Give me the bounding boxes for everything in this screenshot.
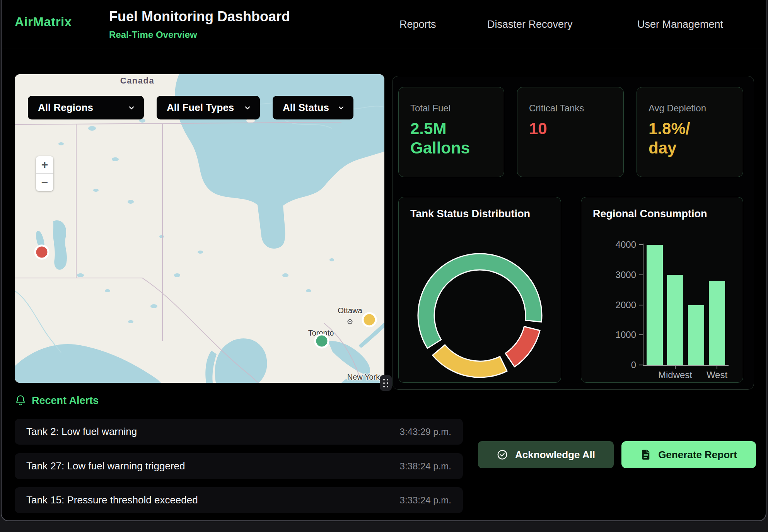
- header-divider: [2, 48, 766, 48]
- x-tick-mark: [675, 366, 676, 369]
- x-tick-label: Midwest: [652, 370, 698, 380]
- x-axis: [643, 365, 729, 366]
- bar-West: [709, 281, 725, 365]
- alert-row[interactable]: Tank 2: Low fuel warning 3:43:29 p.m.: [15, 419, 463, 445]
- chevron-down-icon: [337, 104, 345, 112]
- map-zoom-control: + −: [36, 156, 53, 191]
- alert-time: 3:38:24 p.m.: [400, 461, 451, 472]
- donut-chart: [399, 197, 561, 383]
- y-tick-label: 4000: [609, 239, 636, 250]
- alert-row[interactable]: Tank 27: Low fuel warning triggered 3:38…: [15, 453, 463, 479]
- fuel-type-filter-select[interactable]: All Fuel Types: [157, 96, 260, 119]
- donut-segment-critical: [505, 327, 540, 367]
- brand-logo: AirMatrix: [15, 15, 72, 29]
- bar-Midwest: [667, 275, 683, 365]
- acknowledge-all-button[interactable]: Acknowledge All: [478, 441, 614, 468]
- regional-consumption-chart-card: Regional Consumption 01000200030004000Mi…: [581, 197, 743, 383]
- chevron-down-icon: [244, 104, 251, 112]
- alert-row[interactable]: Tank 15: Pressure threshold exceeded 3:3…: [15, 487, 463, 513]
- check-circle-icon: [497, 449, 508, 460]
- recent-alerts-heading: Recent Alerts: [15, 394, 99, 407]
- stat-value: 1.8%/day: [649, 119, 731, 158]
- region-filter-select[interactable]: All Regions: [28, 96, 144, 119]
- alert-text: Tank 15: Pressure threshold exceeded: [26, 494, 198, 506]
- alert-time: 3:43:29 p.m.: [400, 426, 451, 437]
- y-tick-label: 3000: [609, 269, 636, 280]
- map-city-dot: [349, 321, 351, 322]
- zoom-in-button[interactable]: +: [36, 156, 53, 174]
- bar-region-1: [647, 245, 663, 365]
- zoom-out-button[interactable]: −: [36, 174, 53, 191]
- map-canvas[interactable]: CanadaOttawaTorontoNew York + −: [15, 74, 384, 383]
- page-title: Fuel Monitoring Dashboard: [109, 9, 290, 25]
- status-filter-value: All Status: [283, 102, 329, 114]
- document-icon: [640, 449, 651, 460]
- x-tick-mark: [717, 366, 717, 369]
- acknowledge-all-label: Acknowledge All: [515, 449, 595, 461]
- generate-report-button[interactable]: Generate Report: [621, 441, 756, 468]
- chevron-down-icon: [128, 104, 135, 112]
- nav-reports[interactable]: Reports: [399, 19, 436, 31]
- recent-alerts-title: Recent Alerts: [32, 395, 99, 407]
- y-tick-mark: [639, 305, 643, 305]
- stat-label: Avg Depletion: [649, 103, 731, 114]
- tank-marker-critical[interactable]: [35, 246, 48, 259]
- y-tick-label: 1000: [609, 329, 636, 340]
- alert-text: Tank 2: Low fuel warning: [26, 426, 137, 438]
- stat-card-total-fuel: Total Fuel 2.5MGallons: [398, 87, 504, 177]
- bell-icon: [15, 394, 26, 407]
- map-label-country: Canada: [120, 76, 154, 85]
- x-tick-label: West: [694, 370, 740, 380]
- nav-user-management[interactable]: User Management: [637, 19, 723, 31]
- nav-disaster-recovery[interactable]: Disaster Recovery: [487, 19, 573, 31]
- stat-label: Critical Tanks: [529, 103, 612, 114]
- bar-chart: 01000200030004000MidwestWest: [581, 197, 744, 383]
- generate-report-label: Generate Report: [658, 449, 737, 461]
- map-water-lake-winnipeg: [53, 220, 67, 270]
- page-subtitle: Real-Time Overview: [109, 29, 197, 40]
- stat-value: 2.5MGallons: [410, 119, 492, 158]
- y-tick-mark: [639, 275, 643, 275]
- map-filter-bar: All Regions All Fuel Types All Status: [28, 96, 353, 119]
- dashboard-screen: AirMatrix Fuel Monitoring Dashboard Real…: [0, 0, 768, 532]
- alert-text: Tank 27: Low fuel warning triggered: [26, 460, 185, 472]
- alert-time: 3:33:24 p.m.: [400, 495, 451, 506]
- y-tick-label: 0: [609, 360, 636, 370]
- y-tick-mark: [639, 244, 643, 245]
- stat-card-avg-depletion: Avg Depletion 1.8%/day: [637, 87, 743, 177]
- status-filter-select[interactable]: All Status: [273, 96, 353, 119]
- stat-label: Total Fuel: [410, 103, 492, 114]
- map-label-city: Ottawa: [338, 306, 362, 315]
- map-svg: CanadaOttawaTorontoNew York: [15, 74, 384, 383]
- tank-marker-normal[interactable]: [315, 334, 328, 348]
- stat-value: 10: [529, 119, 612, 138]
- y-tick-label: 2000: [609, 300, 636, 310]
- map-drag-handle[interactable]: [380, 375, 392, 391]
- tank-status-chart-card: Tank Status Distribution: [398, 197, 561, 383]
- y-tick-mark: [639, 334, 643, 335]
- tank-marker-warning[interactable]: [363, 313, 376, 326]
- map-label-city: New York: [347, 373, 380, 381]
- donut-segment-warning: [432, 345, 507, 377]
- fuel-type-filter-value: All Fuel Types: [167, 102, 234, 114]
- stat-card-critical-tanks: Critical Tanks 10: [517, 87, 624, 177]
- region-filter-value: All Regions: [38, 102, 93, 114]
- bar-region-3: [688, 305, 704, 365]
- y-tick-mark: [639, 365, 643, 365]
